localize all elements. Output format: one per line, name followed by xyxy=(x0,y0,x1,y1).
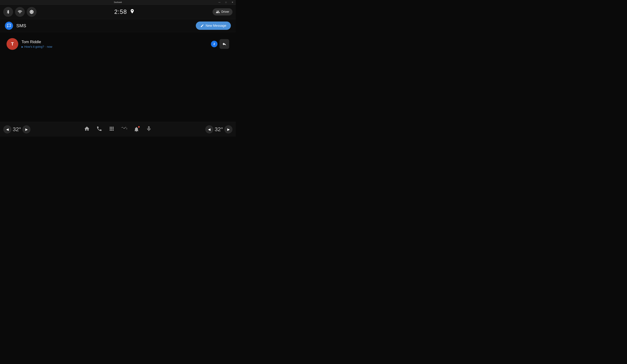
title-bar-title: Seahawk xyxy=(114,1,122,3)
maximize-button[interactable]: □ xyxy=(223,0,229,4)
bluetooth-button[interactable] xyxy=(3,7,13,17)
microphone-button[interactable] xyxy=(146,126,152,133)
left-temp-next-button[interactable]: ▶ xyxy=(22,125,31,134)
contact-name: Tom Riddle xyxy=(21,40,208,44)
message-timestamp: now xyxy=(47,45,52,48)
preview-dot: · xyxy=(45,45,46,48)
reply-icon xyxy=(222,42,227,46)
message-preview: ▶ How's it going? · now xyxy=(21,45,208,48)
new-message-button[interactable]: New Message xyxy=(196,22,231,30)
left-temperature: 32° xyxy=(13,126,21,133)
phone-icon xyxy=(96,126,102,132)
reply-button[interactable] xyxy=(219,39,229,49)
apps-button[interactable] xyxy=(109,126,115,133)
bluetooth-icon xyxy=(6,10,10,14)
app-header: SMS New Message xyxy=(0,19,236,32)
fan-icon xyxy=(121,126,127,132)
app-title: SMS xyxy=(16,23,193,28)
top-bar: 2:58 Driver xyxy=(0,4,236,19)
brightness-icon xyxy=(29,10,34,14)
right-temperature: 32° xyxy=(215,126,223,133)
apps-icon xyxy=(109,126,115,132)
left-temp-prev-button[interactable]: ◀ xyxy=(3,125,11,134)
contact-avatar: T xyxy=(6,38,18,50)
play-icon: ▶ xyxy=(21,46,23,48)
notification-dot xyxy=(138,126,140,128)
notification-button[interactable] xyxy=(134,127,139,132)
right-temp-next-button[interactable]: ▶ xyxy=(224,125,232,134)
preview-text: How's it going? xyxy=(24,45,44,48)
message-item[interactable]: T Tom Riddle ▶ How's it going? · now 2 xyxy=(5,36,231,52)
driver-icon xyxy=(216,10,220,14)
time-display: 2:58 xyxy=(114,8,127,15)
right-temp-prev-button[interactable]: ◀ xyxy=(205,125,213,134)
message-actions: 2 xyxy=(211,39,229,49)
driver-label: Driver xyxy=(221,10,229,13)
pencil-icon xyxy=(200,24,204,28)
main-content: T Tom Riddle ▶ How's it going? · now 2 xyxy=(0,32,236,122)
bottom-left-temp: ◀ 32° ▶ xyxy=(3,125,36,134)
driver-button[interactable]: Driver xyxy=(212,8,232,15)
fan-button[interactable] xyxy=(121,126,127,133)
title-bar-controls: — □ ✕ xyxy=(216,0,236,4)
home-icon xyxy=(84,126,90,132)
unread-badge: 2 xyxy=(211,41,217,47)
wifi-button[interactable] xyxy=(15,7,25,17)
location-icon xyxy=(130,9,135,15)
sms-app-icon xyxy=(5,22,13,30)
message-info: Tom Riddle ▶ How's it going? · now xyxy=(21,40,208,48)
title-bar: Seahawk — □ ✕ xyxy=(0,0,236,4)
new-message-label: New Message xyxy=(206,24,226,28)
wifi-icon xyxy=(18,10,22,14)
brightness-button[interactable] xyxy=(27,7,37,17)
bottom-nav-center xyxy=(36,126,200,133)
sms-icon xyxy=(7,23,11,28)
close-button[interactable]: ✕ xyxy=(229,0,236,4)
messages-area: T Tom Riddle ▶ How's it going? · now 2 xyxy=(0,32,236,56)
bottom-right-temp: ◀ 32° ▶ xyxy=(200,125,232,134)
minimize-button[interactable]: — xyxy=(216,0,223,4)
microphone-icon xyxy=(146,126,152,132)
home-button[interactable] xyxy=(84,126,90,133)
phone-button[interactable] xyxy=(96,126,102,133)
top-bar-center: 2:58 xyxy=(39,8,211,15)
bottom-bar: ◀ 32° ▶ xyxy=(0,122,236,136)
